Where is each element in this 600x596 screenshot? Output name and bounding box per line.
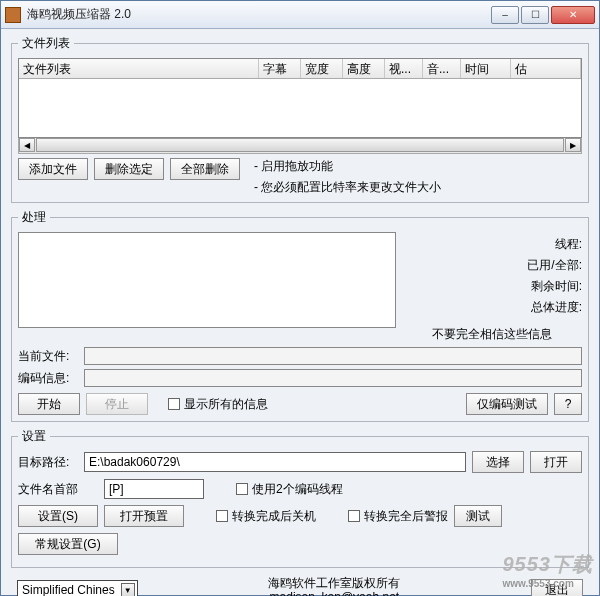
add-file-button[interactable]: 添加文件: [18, 158, 88, 180]
credit-line2: madison_ken@yeah.net: [138, 590, 531, 596]
encode-test-button[interactable]: 仅编码测试: [466, 393, 548, 415]
processing-legend: 处理: [18, 209, 50, 226]
scroll-left-icon[interactable]: ◀: [19, 138, 35, 152]
trust-warning: 不要完全相信这些信息: [432, 326, 552, 343]
file-list-legend: 文件列表: [18, 35, 74, 52]
bitrate-note: - 您必须配置比特率来更改文件大小: [254, 179, 441, 196]
test-button[interactable]: 测试: [454, 505, 502, 527]
open-preset-button[interactable]: 打开预置: [104, 505, 184, 527]
encode-info-label: 编码信息:: [18, 370, 80, 387]
col-file[interactable]: 文件列表: [19, 59, 259, 78]
minimize-button[interactable]: –: [491, 6, 519, 24]
close-button[interactable]: ✕: [551, 6, 595, 24]
col-sub[interactable]: 字幕: [259, 59, 301, 78]
select-button[interactable]: 选择: [472, 451, 524, 473]
shutdown-checkbox[interactable]: 转换完成后关机: [216, 508, 316, 525]
start-button[interactable]: 开始: [18, 393, 80, 415]
scroll-right-icon[interactable]: ▶: [565, 138, 581, 152]
two-threads-checkbox[interactable]: 使用2个编码线程: [236, 481, 343, 498]
shutdown-label: 转换完成后关机: [232, 508, 316, 525]
prefix-input[interactable]: [104, 479, 204, 499]
open-button[interactable]: 打开: [530, 451, 582, 473]
col-w[interactable]: 宽度: [301, 59, 343, 78]
hscrollbar[interactable]: ◀ ▶: [18, 138, 582, 154]
help-button[interactable]: ?: [554, 393, 582, 415]
file-list-group: 文件列表 文件列表 字幕 宽度 高度 视... 音... 时间 估 ◀ ▶: [11, 35, 589, 203]
language-value: Simplified Chines: [22, 583, 115, 596]
threads-label: 线程:: [555, 236, 582, 253]
remove-all-button[interactable]: 全部删除: [170, 158, 240, 180]
drag-note: - 启用拖放功能: [254, 158, 441, 175]
chevron-down-icon: ▼: [121, 583, 135, 596]
remove-selected-button[interactable]: 删除选定: [94, 158, 164, 180]
credit-line1: 海鸥软件工作室版权所有: [138, 576, 531, 590]
settings-legend: 设置: [18, 428, 50, 445]
col-a[interactable]: 音...: [423, 59, 461, 78]
col-time[interactable]: 时间: [461, 59, 511, 78]
current-file-label: 当前文件:: [18, 348, 80, 365]
window-title: 海鸥视频压缩器 2.0: [27, 6, 489, 23]
used-total-label: 已用/全部:: [527, 257, 582, 274]
processing-group: 处理 线程: 已用/全部: 剩余时间: 总体进度: 不要完全相信这些信息 当前文…: [11, 209, 589, 422]
watermark: 9553下载 www.9553.com: [503, 551, 594, 589]
scroll-thumb[interactable]: [36, 138, 564, 152]
target-path-input[interactable]: [84, 452, 466, 472]
alarm-checkbox[interactable]: 转换完全后警报: [348, 508, 448, 525]
log-box[interactable]: [18, 232, 396, 328]
show-all-label: 显示所有的信息: [184, 396, 268, 413]
remain-label: 剩余时间:: [531, 278, 582, 295]
language-select[interactable]: Simplified Chines ▼: [17, 580, 138, 596]
file-table-body: [19, 79, 581, 138]
target-path-label: 目标路径:: [18, 454, 78, 471]
col-h[interactable]: 高度: [343, 59, 385, 78]
show-all-checkbox[interactable]: 显示所有的信息: [168, 396, 268, 413]
col-v[interactable]: 视...: [385, 59, 423, 78]
prefix-label: 文件名首部: [18, 481, 98, 498]
settings-s-button[interactable]: 设置(S): [18, 505, 98, 527]
settings-group: 设置 目标路径: 选择 打开 文件名首部 使用2个编码线程 设置(S) 打开预置…: [11, 428, 589, 568]
overall-label: 总体进度:: [531, 299, 582, 316]
encode-info-box: [84, 369, 582, 387]
alarm-label: 转换完全后警报: [364, 508, 448, 525]
file-table[interactable]: 文件列表 字幕 宽度 高度 视... 音... 时间 估: [18, 58, 582, 138]
general-settings-button[interactable]: 常规设置(G): [18, 533, 118, 555]
stop-button[interactable]: 停止: [86, 393, 148, 415]
current-file-box: [84, 347, 582, 365]
app-icon: [5, 7, 21, 23]
col-est[interactable]: 估: [511, 59, 581, 78]
two-threads-label: 使用2个编码线程: [252, 481, 343, 498]
maximize-button[interactable]: ☐: [521, 6, 549, 24]
